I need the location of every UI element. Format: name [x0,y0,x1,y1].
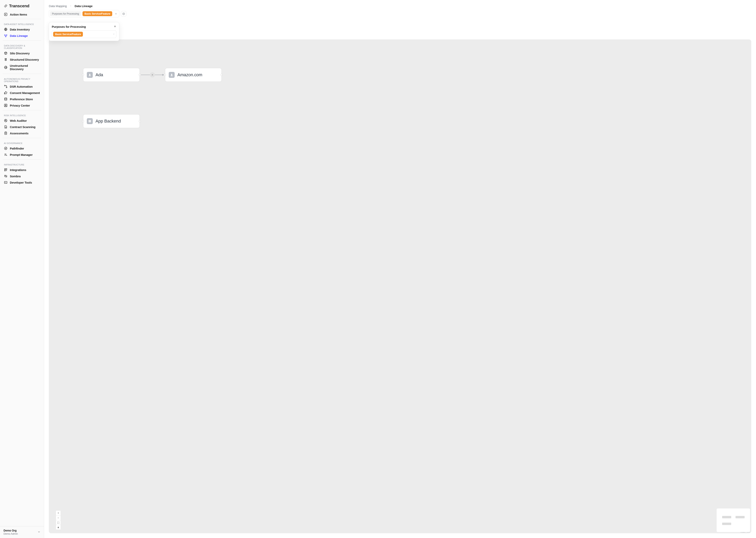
add-filter-button[interactable] [121,12,126,16]
nav-sombra[interactable]: Sombra [3,173,41,179]
nav-label: Web Auditor [10,119,27,122]
node-handle[interactable] [139,120,141,122]
node-ada[interactable]: Ada [83,68,140,82]
svg-rect-24 [89,120,91,121]
svg-point-12 [4,119,7,122]
nav-developer-tools[interactable]: Developer Tools [3,179,41,186]
org-switcher[interactable]: Demo Org Demo Admin [0,526,44,538]
svg-point-9 [5,98,7,99]
nav-consent-management[interactable]: Consent Management [3,90,41,96]
grid-icon [4,168,8,172]
thumbs-up-icon [4,91,8,94]
file-search-icon [4,125,8,129]
nav-silo-discovery[interactable]: Silo Discovery [3,50,41,56]
nav-assessments[interactable]: Assessments [3,130,41,136]
svg-rect-20 [4,182,7,184]
nav-unstructured-discovery[interactable]: Unstructured Discovery [3,63,41,72]
node-handle[interactable] [221,74,223,76]
node-label: Amazon.com [177,72,202,78]
list-plus-icon [4,153,8,156]
svg-rect-18 [6,169,7,170]
workflow-icon [4,85,8,88]
nav-label: Silo Discovery [10,52,30,55]
action-items-label: Action Items [10,13,27,16]
filter-chip-label: Purposes for Processing [50,11,81,16]
chevron-down-icon [38,530,40,534]
zoom-in-button[interactable] [56,511,61,515]
brand[interactable]: Transcend [0,0,44,11]
node-handle[interactable] [82,120,84,122]
svg-rect-25 [89,121,91,121]
filter-popover: Purposes for Processing Basic Service/Fe… [49,22,119,41]
node-handle[interactable] [139,74,141,76]
filter-chip-tag: Basic Service/Feature [82,11,112,16]
database-icon [4,97,8,101]
eye-off-icon [4,174,8,178]
person-icon [169,72,175,78]
edge-delete-button[interactable] [150,72,155,78]
svg-point-14 [6,127,6,128]
crumb-data-lineage[interactable]: Data Lineage [74,4,93,8]
sidebar-group: DATA DISCOVERY & CLASSIFICATION Silo Dis… [0,42,44,73]
filter-select[interactable]: Basic Service/Feature [52,30,117,38]
node-app-backend[interactable]: App Backend [83,114,140,128]
brand-name: Transcend [9,4,29,8]
crumb-data-mapping[interactable]: Data Mapping [49,4,67,8]
zoom-out-button[interactable] [56,515,61,520]
filter-row: Purposes for Processing Basic Service/Fe… [44,10,756,17]
nav-structured-discovery[interactable]: Structured Discovery [3,56,41,63]
svg-rect-17 [5,169,6,170]
filter-chip-remove[interactable] [114,12,118,16]
lineage-canvas[interactable]: Ada Amazon.com App Backend [49,39,751,533]
node-handle[interactable] [82,74,84,76]
svg-point-22 [89,74,90,75]
close-icon[interactable] [114,25,117,28]
divider [3,159,41,160]
nav-label: Pathfinder [10,147,24,150]
nav-label: Assessments [10,132,28,135]
sidebar-group: AUTONOMOUS PRIVACY OPERATIONS DSR Automa… [0,75,44,109]
nav-contract-scanning[interactable]: Contract Scanning [3,124,41,130]
nav-label: Preference Store [10,97,33,101]
chevron-right-icon [70,4,72,8]
chevron-down-icon [113,33,115,36]
group-header: RISK INTELLIGENCE [3,113,41,117]
minimap[interactable] [717,509,750,532]
sidebar: Transcend Action Items DATA ASSET INTELL… [0,0,44,538]
nav-privacy-center[interactable]: Privacy Center [3,102,41,109]
svg-rect-19 [5,170,6,171]
nav-preference-store[interactable]: Preference Store [3,96,41,102]
nav-data-inventory[interactable]: Data Inventory [3,26,41,32]
node-handle[interactable] [164,74,166,76]
nav-data-lineage[interactable]: Data Lineage [3,32,41,39]
node-amazon[interactable]: Amazon.com [165,68,222,82]
group-header: DATA ASSET INTELLIGENCE [3,22,41,26]
fit-view-button[interactable] [56,520,61,525]
action-items[interactable]: Action Items [0,11,44,18]
nav-dsr-automation[interactable]: DSR Automation [3,83,41,90]
svg-point-7 [4,85,5,86]
nav-label: Prompt Manager [10,153,33,156]
svg-point-13 [5,120,6,121]
filter-chip[interactable]: Purposes for Processing Basic Service/Fe… [49,10,119,17]
sidebar-group: INFRASTRUCTURE Integrations Sombra Devel… [0,161,44,186]
clipboard-icon [4,132,8,135]
breadcrumb: Data Mapping Data Lineage [44,0,756,10]
user-icon [4,104,8,107]
divider [3,110,41,110]
person-icon [87,72,93,78]
nav-web-auditor[interactable]: Web Auditor [3,117,41,124]
group-header: DATA DISCOVERY & CLASSIFICATION [3,43,41,50]
search-circle-icon [4,119,8,122]
svg-point-8 [6,87,7,88]
terminal-icon [4,181,8,184]
sidebar-group: RISK INTELLIGENCE Web Auditor Contract S… [0,112,44,137]
nav-prompt-manager[interactable]: Prompt Manager [3,151,41,158]
nav-pathfinder[interactable]: Pathfinder [3,145,41,151]
group-header: AUTONOMOUS PRIVACY OPERATIONS [3,76,41,83]
nav-integrations[interactable]: Integrations [3,167,41,173]
nav-label: Consent Management [10,91,40,94]
lock-button[interactable] [56,525,61,529]
nav-label: Data Lineage [10,34,28,37]
nav-label: Developer Tools [10,181,32,184]
